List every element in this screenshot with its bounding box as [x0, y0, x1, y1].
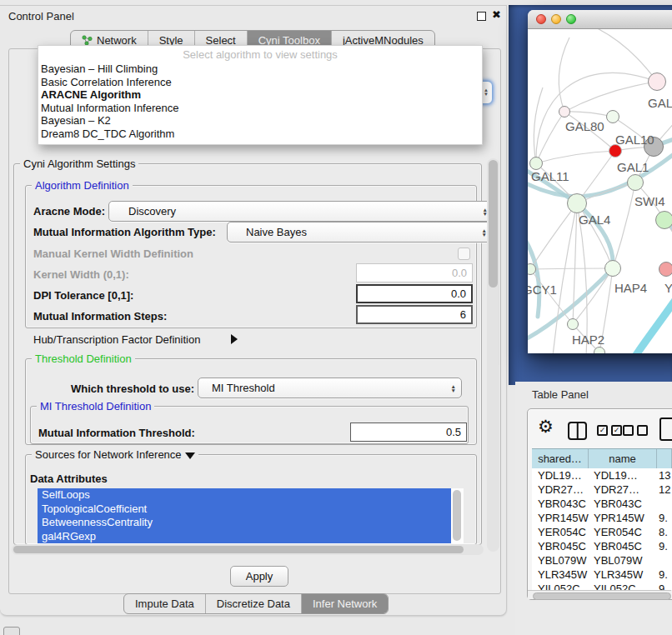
threshold-definition-legend: Threshold Definition — [32, 352, 135, 365]
which-threshold-combo[interactable]: MI Threshold ▲▼ — [198, 378, 462, 398]
node-label-swi4: SWI4 — [634, 194, 665, 208]
table-row[interactable]: YDL19…YDL19…13 — [532, 468, 672, 482]
select-all-checkboxes-icon[interactable]: ✓✓ — [597, 425, 622, 436]
node-label-hap4: HAP4 — [614, 281, 647, 295]
dropdown-item-bayesian-hill-climbing[interactable]: Bayesian – Hill Climbing — [38, 62, 482, 76]
bottom-tab-bar: Impute Data Discretize Data Infer Networ… — [123, 593, 389, 614]
list-item-topologicalcoefficient[interactable]: TopologicalCoefficient — [38, 502, 451, 517]
algorithm-definition-legend: Algorithm Definition — [32, 179, 133, 192]
deselect-all-checkboxes-icon[interactable] — [623, 425, 648, 436]
mi-threshold-definition-legend: MI Threshold Definition — [37, 400, 154, 412]
node-label-gal10: GAL10 — [615, 132, 654, 147]
tab-impute-data[interactable]: Impute Data — [124, 594, 206, 613]
node-hap4[interactable] — [604, 260, 621, 277]
network-canvas[interactable]: GAL80 GAL GAL10 GAL1 GAL11 SWI4 GAL4 GCY… — [528, 29, 672, 353]
network-window: GAL80 GAL GAL10 GAL1 GAL11 SWI4 GAL4 GCY… — [528, 10, 672, 353]
table-row[interactable]: YBR043CYBR043C — [532, 497, 672, 511]
columns-icon[interactable] — [568, 422, 587, 440]
node-hap2[interactable] — [567, 318, 579, 330]
node-gal10[interactable] — [606, 110, 619, 123]
dropdown-item-mutual-information[interactable]: Mutual Information Inference — [38, 102, 482, 115]
cyni-algorithm-settings-legend: Cyni Algorithm Settings — [20, 158, 138, 170]
table-row[interactable]: YER054CYER054C8. — [532, 525, 672, 539]
list-item-gal4rgexp[interactable]: gal4RGexp — [38, 530, 451, 544]
minimize-traffic-light-icon[interactable] — [551, 14, 561, 24]
dropdown-item-basic-correlation[interactable]: Basic Correlation Inference — [38, 76, 482, 89]
column-header-name[interactable]: name — [589, 449, 657, 468]
node-green-bottom-right[interactable] — [655, 211, 672, 229]
node-label-gal4: GAL4 — [579, 212, 610, 227]
dropdown-item-bayesian-k2[interactable]: Bayesian – K2 — [38, 114, 482, 128]
tab-infer-network[interactable]: Infer Network — [302, 594, 388, 613]
table-row[interactable]: YDR27…YDR27…12 — [532, 482, 672, 497]
zoom-traffic-light-icon[interactable] — [566, 14, 576, 24]
table-row[interactable]: YLR345WYLR345W9. — [532, 568, 672, 582]
table-horizontal-scrollbar — [528, 590, 671, 599]
sources-legend[interactable]: Sources for Network Inference — [32, 448, 198, 461]
network-window-titlebar[interactable] — [528, 10, 672, 29]
node-bottom-cut[interactable] — [594, 347, 605, 353]
tab-discretize-data[interactable]: Discretize Data — [206, 594, 302, 613]
manual-kernel-width-checkbox[interactable] — [458, 248, 470, 260]
dropdown-item-aracne[interactable]: ARACNE Algorithm — [38, 88, 482, 102]
close-traffic-light-icon[interactable] — [536, 14, 546, 24]
node-gal4[interactable] — [567, 193, 587, 213]
dropdown-item-dream8[interactable]: Dream8 DC_TDC Algorithm — [38, 128, 482, 141]
mi-algorithm-type-combo[interactable]: Naive Bayes ▲▼ — [227, 222, 493, 242]
new-table-icon[interactable] — [659, 418, 672, 441]
list-item-betweennesscentrality[interactable]: BetweennessCentrality — [38, 516, 451, 530]
mi-steps-field[interactable]: 6 — [356, 305, 473, 324]
algorithm-dropdown-popup: Select algorithm to view settings Bayesi… — [38, 45, 483, 145]
mi-steps-label: Mutual Information Steps: — [33, 310, 167, 322]
table-horizontal-scrollbar-thumb[interactable] — [533, 592, 671, 600]
aracne-mode-combo[interactable]: Discovery ▲▼ — [108, 201, 494, 222]
corner-mini-button[interactable] — [3, 627, 20, 635]
kernel-width-field[interactable]: 0.0 — [356, 263, 473, 282]
float-window-icon[interactable] — [477, 12, 486, 21]
table-row[interactable]: YIL052CYIL052C9. — [532, 582, 672, 590]
settings-vertical-scrollbar-thumb[interactable] — [489, 160, 498, 288]
node-label-gal80: GAL80 — [565, 119, 604, 133]
table-panel-title: Table Panel — [532, 388, 589, 401]
node-gal-top[interactable] — [648, 72, 666, 91]
mi-algorithm-type-label: Mutual Information Algorithm Type: — [33, 226, 216, 238]
node-gal11[interactable] — [529, 157, 543, 170]
node-label-gal11: GAL11 — [531, 169, 569, 183]
dropdown-placeholder: Select algorithm to view settings — [38, 48, 482, 62]
table-row[interactable]: YBR045CYBR045C9. — [532, 539, 672, 553]
close-icon[interactable]: ✖ — [492, 8, 501, 21]
list-scrollbar — [451, 488, 464, 543]
control-panel-title: Control Panel — [8, 10, 74, 22]
node-label-gal-top: GAL — [648, 96, 672, 110]
hub-transcription-factor-label[interactable]: Hub/Transcription Factor Definition — [33, 333, 200, 346]
expand-arrow-icon[interactable] — [231, 334, 238, 344]
table-row[interactable]: YPR145WYPR145W9. — [532, 511, 672, 525]
list-scrollbar-thumb[interactable] — [453, 490, 461, 541]
data-attributes-list: SelfLoops TopologicalCoefficient Between… — [38, 488, 464, 543]
settings-horizontal-scrollbar — [12, 544, 484, 555]
node-label-gal1: GAL1 — [617, 160, 649, 174]
column-header-cut[interactable] — [657, 449, 672, 468]
settings-horizontal-scrollbar-thumb[interactable] — [13, 546, 464, 553]
manual-kernel-width-label: Manual Kernel Width Definition — [33, 248, 193, 260]
list-item-selfloops[interactable]: SelfLoops — [38, 488, 451, 502]
node-gal80[interactable] — [559, 106, 570, 118]
gear-icon[interactable]: ⚙ — [538, 418, 554, 436]
dpi-tolerance-field[interactable]: 0.0 — [356, 284, 473, 303]
node-swi4[interactable] — [627, 174, 644, 191]
node-label-salmon: Y — [664, 281, 672, 295]
settings-vertical-scrollbar — [487, 158, 499, 552]
mi-threshold-field[interactable]: 0.5 — [350, 422, 467, 442]
collapse-arrow-icon — [185, 452, 195, 459]
node-salmon[interactable] — [659, 262, 672, 277]
node-label-gcy1: GCY1 — [528, 282, 557, 297]
table-row[interactable]: YBL079WYBL079W — [532, 553, 672, 568]
apply-button[interactable]: Apply — [230, 566, 288, 587]
table-header: shared… name — [532, 448, 672, 469]
which-threshold-label: Which threshold to use: — [71, 382, 194, 395]
mi-threshold-label: Mutual Information Threshold: — [38, 427, 195, 439]
column-header-shared[interactable]: shared… — [532, 449, 589, 468]
data-attributes-label: Data Attributes — [30, 472, 108, 485]
aracne-mode-label: Aracne Mode: — [33, 205, 105, 218]
table-rows: YDL19…YDL19…13 YDR27…YDR27…12 YBR043CYBR… — [532, 468, 672, 590]
